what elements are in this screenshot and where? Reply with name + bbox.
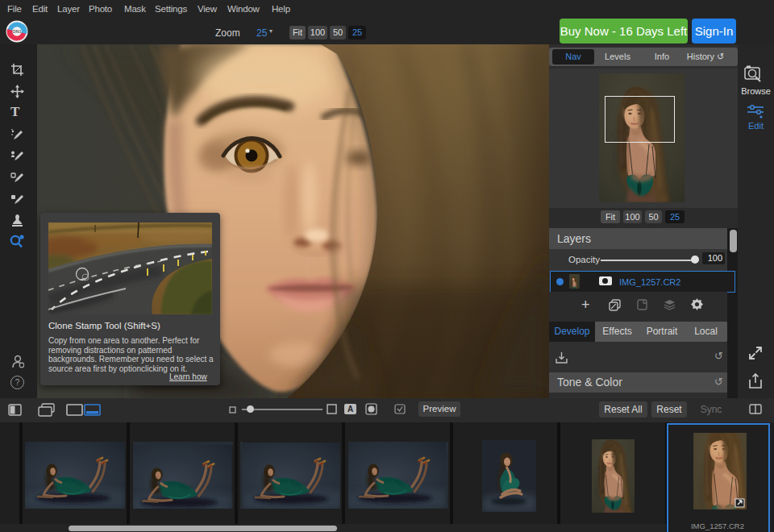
svg-text:ON1: ON1	[12, 29, 21, 34]
